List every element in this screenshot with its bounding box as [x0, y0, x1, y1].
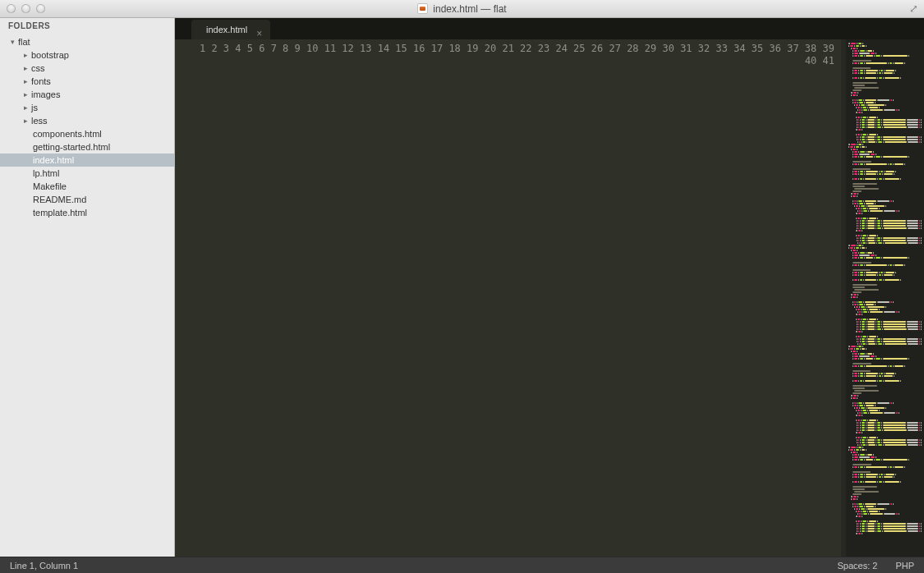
chevron-down-icon[interactable]: ▾: [8, 38, 16, 46]
body-area: FOLDERS ▾ flat ▸bootstrap▸css▸fonts▸imag…: [0, 18, 924, 557]
gutter: 1 2 3 4 5 6 7 8 9 10 11 12 13 14 15 16 1…: [175, 39, 841, 557]
sidebar-folder-label: less: [31, 116, 48, 126]
sidebar-file[interactable]: README.md: [0, 193, 174, 206]
sidebar-folder[interactable]: ▸css: [0, 62, 174, 75]
minimize-window-button[interactable]: [21, 4, 30, 13]
sidebar-folder-label: js: [31, 103, 38, 112]
sidebar-file[interactable]: getting-started.html: [0, 140, 174, 154]
status-indent[interactable]: Spaces: 2: [837, 561, 877, 571]
fullscreen-icon[interactable]: ⤢: [909, 2, 918, 15]
sidebar-file-label: Makefile: [33, 181, 67, 191]
chevron-right-icon[interactable]: ▸: [21, 51, 30, 59]
sidebar-folder[interactable]: ▸images: [0, 88, 174, 101]
window: index.html — flat ⤢ FOLDERS ▾ flat ▸boot…: [0, 0, 924, 573]
sidebar-folder-label: fonts: [31, 76, 51, 86]
chevron-right-icon[interactable]: ▸: [21, 117, 30, 125]
sidebar-file-label: getting-started.html: [33, 142, 110, 152]
titlebar: index.html — flat ⤢: [0, 0, 924, 18]
sidebar-file-label: README.md: [33, 195, 86, 204]
sidebar-file-label: index.html: [33, 155, 74, 165]
sidebar-file[interactable]: template.html: [0, 206, 174, 219]
editor[interactable]: 1 2 3 4 5 6 7 8 9 10 11 12 13 14 15 16 1…: [175, 39, 924, 557]
close-window-button[interactable]: [7, 4, 16, 13]
window-title: index.html — flat: [0, 3, 924, 15]
sidebar-file[interactable]: components.html: [0, 127, 174, 140]
sidebar-header: FOLDERS: [0, 18, 174, 34]
folder-tree: ▾ flat ▸bootstrap▸css▸fonts▸images▸js▸le…: [0, 34, 174, 219]
file-icon: [417, 3, 428, 14]
close-icon[interactable]: ×: [256, 24, 262, 44]
sidebar-folder[interactable]: ▸less: [0, 114, 174, 127]
sidebar-folder-label: bootstrap: [31, 50, 69, 60]
sidebar-folder-label: images: [31, 89, 60, 99]
sidebar-file[interactable]: Makefile: [0, 180, 174, 193]
sidebar-folder[interactable]: ▸fonts: [0, 75, 174, 88]
chevron-right-icon[interactable]: ▸: [21, 77, 30, 85]
sidebar-file[interactable]: lp.html: [0, 167, 174, 180]
sidebar: FOLDERS ▾ flat ▸bootstrap▸css▸fonts▸imag…: [0, 18, 175, 557]
traffic-lights: [0, 4, 45, 13]
sidebar-folder-label: css: [31, 63, 45, 73]
tab-bar: index.html ×: [175, 18, 924, 39]
sidebar-file[interactable]: index.html: [0, 154, 174, 167]
tab-label: index.html: [206, 25, 247, 34]
window-title-text: index.html — flat: [433, 3, 506, 15]
minimap[interactable]: [846, 39, 924, 557]
sidebar-file-label: components.html: [33, 129, 102, 139]
tab-index-html[interactable]: index.html ×: [191, 20, 270, 39]
chevron-right-icon[interactable]: ▸: [21, 64, 30, 72]
sidebar-root[interactable]: ▾ flat: [0, 35, 174, 48]
sidebar-file-label: template.html: [33, 208, 87, 218]
sidebar-root-label: flat: [18, 37, 30, 47]
zoom-window-button[interactable]: [36, 4, 45, 13]
status-syntax[interactable]: PHP: [895, 561, 914, 571]
editor-area: index.html × 1 2 3 4 5 6 7 8 9 10 11 12 …: [175, 18, 924, 557]
statusbar: Line 1, Column 1 Spaces: 2 PHP: [0, 557, 924, 573]
chevron-right-icon[interactable]: ▸: [21, 90, 30, 99]
sidebar-folder[interactable]: ▸bootstrap: [0, 48, 174, 62]
sidebar-folder[interactable]: ▸js: [0, 101, 174, 114]
sidebar-file-label: lp.html: [33, 168, 59, 178]
chevron-right-icon[interactable]: ▸: [21, 103, 30, 112]
status-position[interactable]: Line 1, Column 1: [10, 561, 78, 571]
